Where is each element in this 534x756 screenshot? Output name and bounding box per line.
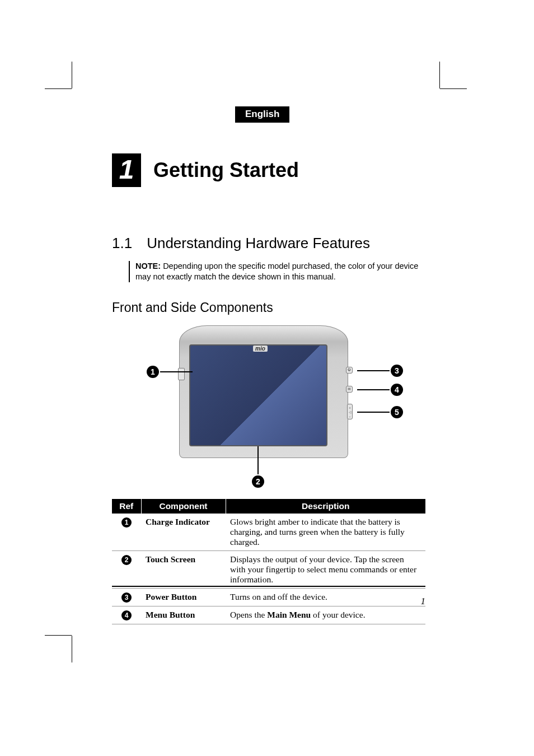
callout-line (357, 370, 390, 371)
callout-line (357, 389, 390, 390)
th-component: Component (141, 499, 226, 514)
ref-badge: 1 (121, 517, 132, 528)
chapter-heading: 1 Getting Started (112, 153, 425, 187)
crop-mark (72, 62, 72, 88)
manual-page: English 1 Getting Started 1.1Understandi… (0, 0, 534, 756)
device-logo: mio (253, 346, 268, 352)
language-badge: English (235, 106, 289, 123)
callout-1: 1 (147, 366, 193, 378)
chapter-number-box: 1 (112, 153, 141, 187)
callout-5: 5 (357, 406, 403, 418)
ref-badge: 4 (121, 610, 132, 620)
callout-number: 3 (391, 365, 403, 377)
crop-mark (72, 636, 72, 662)
subsection-heading: Front and Side Components (112, 300, 425, 315)
callout-4: 4 (357, 384, 403, 396)
callout-number: 2 (252, 475, 264, 488)
callout-line (257, 446, 259, 474)
footer-divider (112, 586, 425, 587)
crop-mark (439, 62, 440, 88)
section-title: Understanding Hardware Features (147, 235, 370, 251)
table-row: 2 Touch Screen Displays the output of yo… (112, 550, 425, 588)
th-ref: Ref (112, 499, 141, 514)
device-illustration: mio ⏻ ▤ + ◁ − 1 3 4 5 2 (112, 325, 425, 493)
component-description: Glows bright amber to indicate that the … (226, 514, 425, 551)
component-description: Displays the output of your device. Tap … (226, 550, 425, 588)
page-number: 1 (112, 596, 425, 607)
callout-2: 2 (252, 446, 264, 488)
component-name: Touch Screen (141, 550, 226, 588)
note-block: NOTE: Depending upon the specific model … (129, 261, 425, 282)
component-name: Menu Button (141, 606, 226, 624)
volume-button-icon: + ◁ − (347, 404, 353, 419)
section-number: 1.1 (112, 235, 132, 252)
chapter-title: Getting Started (153, 158, 299, 182)
component-name: Charge Indicator (141, 514, 226, 551)
power-button-icon: ⏻ (346, 367, 353, 374)
section-heading: 1.1Understanding Hardware Features (112, 235, 425, 252)
crop-mark (440, 88, 467, 89)
table-row: 4 Menu Button Opens the Main Menu of you… (112, 606, 425, 624)
note-text: Depending upon the specific model purcha… (135, 262, 418, 281)
callout-3: 3 (357, 365, 403, 377)
callout-number: 5 (391, 406, 403, 418)
note-label: NOTE: (135, 262, 161, 270)
callout-number: 4 (391, 384, 403, 396)
table-row: 1 Charge Indicator Glows bright amber to… (112, 514, 425, 551)
callout-line (357, 412, 390, 413)
menu-button-icon: ▤ (346, 386, 353, 393)
component-description: Opens the Main Menu of your device. (226, 606, 425, 624)
callout-number: 1 (147, 366, 159, 378)
device-screen (189, 344, 327, 446)
th-description: Description (226, 499, 425, 514)
crop-mark (45, 635, 72, 636)
ref-badge: 2 (121, 555, 132, 565)
callout-line (160, 371, 193, 372)
crop-mark (45, 88, 72, 89)
page-footer: 1 (112, 586, 425, 607)
page-content: English 1 Getting Started 1.1Understandi… (112, 106, 425, 624)
